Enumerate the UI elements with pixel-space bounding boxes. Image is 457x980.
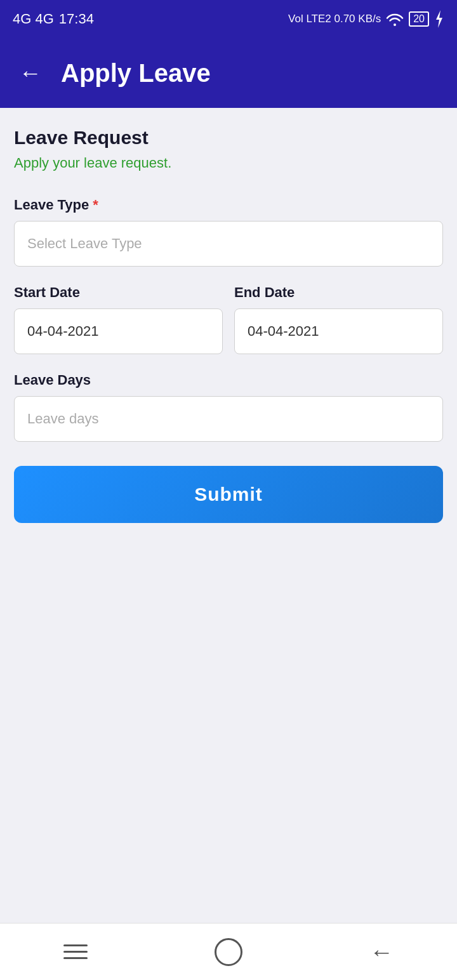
battery-indicator: 20 (409, 11, 429, 27)
leave-type-label: Leave Type * (14, 197, 443, 213)
submit-button[interactable]: Submit (14, 466, 443, 523)
network-speed: Vol LTE2 0.70 KB/s (288, 13, 381, 25)
back-nav-button[interactable]: ← (369, 940, 394, 964)
end-date-label: End Date (234, 284, 443, 301)
leave-days-label: Leave Days (14, 372, 443, 388)
svg-marker-0 (436, 10, 442, 28)
menu-button[interactable] (63, 944, 88, 959)
end-date-input[interactable] (234, 308, 443, 354)
page-title: Leave Request (14, 127, 443, 149)
bottom-nav: ← (0, 923, 457, 980)
page-subtitle: Apply your leave request. (14, 155, 443, 171)
home-button[interactable] (215, 938, 242, 966)
hamburger-icon (63, 944, 88, 959)
main-content: Leave Request Apply your leave request. … (0, 108, 457, 923)
start-date-label: Start Date (14, 284, 223, 301)
end-date-col: End Date (234, 284, 443, 372)
status-right: Vol LTE2 0.70 KB/s 20 (288, 10, 444, 28)
required-star: * (93, 197, 98, 213)
leave-form: Leave Request Apply your leave request. … (14, 127, 443, 523)
status-bar: 4G 4G 17:34 Vol LTE2 0.70 KB/s 20 (0, 0, 457, 38)
status-left: 4G 4G 17:34 (13, 11, 94, 27)
back-nav-icon: ← (369, 940, 394, 964)
network-indicator: 4G 4G (13, 11, 54, 27)
wifi-icon (386, 12, 404, 26)
bolt-icon (434, 10, 444, 28)
home-icon (215, 938, 242, 966)
start-date-col: Start Date (14, 284, 223, 372)
date-row: Start Date End Date (14, 284, 443, 372)
start-date-input[interactable] (14, 308, 223, 354)
back-button[interactable]: ← (19, 62, 42, 84)
app-header: ← Apply Leave (0, 38, 457, 108)
time-display: 17:34 (59, 11, 94, 27)
leave-type-input[interactable] (14, 221, 443, 267)
header-title: Apply Leave (61, 59, 211, 88)
leave-days-input[interactable] (14, 396, 443, 442)
